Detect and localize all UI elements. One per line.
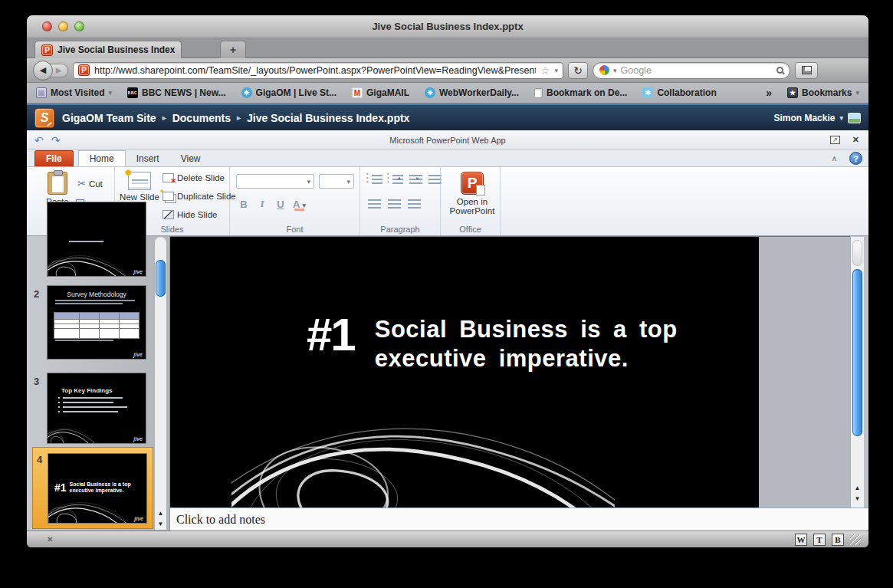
bookmark-most-visited[interactable]: Most Visited ▾	[36, 87, 112, 98]
bookmark-label: Collaboration	[657, 87, 716, 98]
bookmark-collaboration[interactable]: ✻ Collaboration	[642, 87, 716, 98]
new-slide-label: New Slide	[120, 192, 159, 202]
new-slide-button[interactable]: ✹ New Slide	[120, 172, 159, 202]
align-left-button[interactable]	[368, 199, 381, 209]
collapse-ribbon-icon[interactable]: ∧	[832, 154, 837, 163]
help-button[interactable]: ?	[849, 152, 862, 165]
search-field[interactable]: ▾	[593, 62, 790, 79]
underline-button[interactable]: U	[274, 199, 287, 210]
delete-slide-button[interactable]: Delete Slide	[163, 173, 225, 182]
user-photo-icon[interactable]	[848, 113, 861, 123]
url-field[interactable]: P http://wwd.sharepoint.com/TeamSite/_la…	[73, 62, 563, 79]
widget-w-button[interactable]: W	[795, 534, 807, 546]
bookmark-bbc-news[interactable]: BBC BBC NEWS | New...	[127, 87, 226, 98]
bookmark-gigamail[interactable]: M GigaMAIL	[352, 87, 409, 98]
hide-slide-button[interactable]: Hide Slide	[163, 210, 217, 219]
slide-1-thumbnail[interactable]: jive	[47, 202, 146, 277]
thumbnail-scrollbar-thumb[interactable]	[156, 260, 166, 297]
resize-grip[interactable]	[850, 534, 861, 545]
scrollbar-track-cap	[852, 240, 862, 266]
increase-indent-button[interactable]	[428, 175, 442, 185]
user-menu[interactable]: Simon Mackie ▾	[773, 113, 861, 123]
slide-headline[interactable]: #1 Social Business is a top executive im…	[307, 314, 678, 373]
bookmarks-menu[interactable]: ★ Bookmarks ▾	[787, 87, 859, 98]
font-size-select[interactable]: ▾	[319, 174, 354, 189]
ribbon-tabs: File Home Insert View ∧ ?	[27, 150, 868, 167]
window-controls	[42, 21, 84, 31]
google-logo-icon	[599, 65, 609, 75]
webapp-titlebar: ↶ ↷ Microsoft PowerPoint Web App ↗ ✕	[27, 130, 868, 150]
tab-home[interactable]: Home	[78, 150, 126, 166]
statusbar-close-icon[interactable]: ✕	[47, 535, 53, 544]
close-window-button[interactable]	[42, 21, 52, 31]
back-button[interactable]: ◀	[33, 61, 53, 80]
bookmarks-overflow-chevron[interactable]: »	[766, 87, 772, 99]
powerpoint-favicon-icon: P	[41, 44, 53, 56]
widget-b-button[interactable]: B	[832, 534, 844, 546]
notes-pane[interactable]: Click to add notes	[170, 508, 868, 531]
webapp-window-controls: ↗ ✕	[830, 135, 859, 145]
search-input[interactable]	[621, 65, 773, 76]
tab-file[interactable]: File	[34, 150, 74, 166]
slide-4-thumbnail[interactable]: #1 Social Business is a top executive im…	[48, 453, 147, 524]
sharepoint-logo-icon[interactable]: S	[34, 108, 54, 128]
sparkle-icon: ✹	[124, 167, 133, 179]
italic-button[interactable]: I	[256, 198, 268, 210]
align-buttons	[368, 199, 421, 209]
slide-2-thumbnail[interactable]: Survey Methodology jive	[47, 285, 146, 360]
thumbnail-scroll-arrows[interactable]: ▲ ▼	[155, 508, 166, 530]
thumbnail-scrollbar[interactable]: ▲ ▼	[154, 236, 167, 531]
align-right-button[interactable]	[408, 199, 421, 209]
thumb-text-line	[69, 241, 103, 242]
close-icon[interactable]: ✕	[852, 135, 859, 145]
reader-icon	[802, 66, 812, 74]
scroll-down-icon[interactable]: ▼	[855, 495, 861, 502]
scroll-up-icon[interactable]: ▲	[855, 485, 861, 491]
font-color-button[interactable]: A ▾	[293, 199, 305, 210]
zoom-window-button[interactable]	[74, 21, 84, 31]
breadcrumb-site[interactable]: GigaOM Team Site	[62, 112, 156, 124]
browser-window: Jive Social Business Index.pptx P Jive S…	[27, 15, 868, 547]
bold-button[interactable]: B	[238, 199, 250, 210]
hide-slide-label: Hide Slide	[177, 210, 217, 219]
tab-insert[interactable]: Insert	[126, 150, 170, 166]
status-bar: ✕ W T B	[27, 531, 868, 547]
tab-presentation[interactable]: P Jive Social Business Index.pptx	[34, 41, 182, 58]
slide-3-thumbnail[interactable]: Top Key Findings jive	[47, 373, 146, 444]
new-tab-button[interactable]: +	[220, 41, 246, 58]
duplicate-slide-button[interactable]: Duplicate Slide	[163, 192, 236, 201]
new-slide-icon: ✹	[128, 172, 151, 190]
font-name-select[interactable]: ▾	[236, 174, 314, 189]
bookmark-on-delicious[interactable]: Bookmark on De...	[534, 87, 627, 98]
notes-placeholder[interactable]: Click to add notes	[176, 513, 265, 527]
tab-view[interactable]: View	[170, 150, 212, 166]
bookmark-webworkerdaily[interactable]: ✳ WebWorkerDaily...	[425, 87, 519, 98]
reload-button[interactable]: ↻	[568, 62, 588, 79]
widget-t-button[interactable]: T	[813, 534, 826, 546]
slide-canvas[interactable]: #1 Social Business is a top executive im…	[170, 236, 759, 508]
group-label: Paragraph	[360, 225, 440, 234]
reader-button[interactable]	[795, 62, 818, 79]
url-dropdown-icon[interactable]: ▾	[554, 67, 558, 74]
slide-scrollbar[interactable]: ▲ ▼	[850, 237, 864, 508]
open-in-powerpoint-button[interactable]: P Open in PowerPoint	[451, 172, 494, 215]
search-icon[interactable]	[776, 67, 783, 74]
jive-logo: jive	[134, 516, 143, 521]
bookmark-gigaom[interactable]: ✳ GigaOM | Live St...	[241, 87, 337, 98]
group-paragraph: Paragraph	[360, 167, 441, 235]
cut-button[interactable]: ✂ Cut	[77, 178, 103, 189]
breadcrumb-library[interactable]: Documents	[172, 112, 231, 124]
slide-scrollbar-thumb[interactable]	[852, 269, 862, 436]
scroll-down-icon[interactable]: ▼	[158, 521, 164, 527]
thumb-bullet-line	[63, 406, 127, 408]
minimize-window-button[interactable]	[58, 21, 68, 31]
bookmark-star-icon[interactable]: ☆	[540, 65, 550, 76]
chevron-down-icon: ▾	[307, 178, 310, 186]
scroll-up-icon[interactable]: ▲	[158, 510, 164, 517]
group-font: ▾ ▾ B I U A ▾ Font	[230, 167, 360, 235]
bullets-button[interactable]	[372, 175, 382, 185]
popout-icon[interactable]: ↗	[830, 136, 840, 144]
search-engine-dropdown-icon[interactable]: ▾	[613, 67, 617, 74]
align-center-button[interactable]	[388, 199, 401, 209]
slide-scroll-arrows[interactable]: ▲ ▼	[851, 483, 864, 504]
